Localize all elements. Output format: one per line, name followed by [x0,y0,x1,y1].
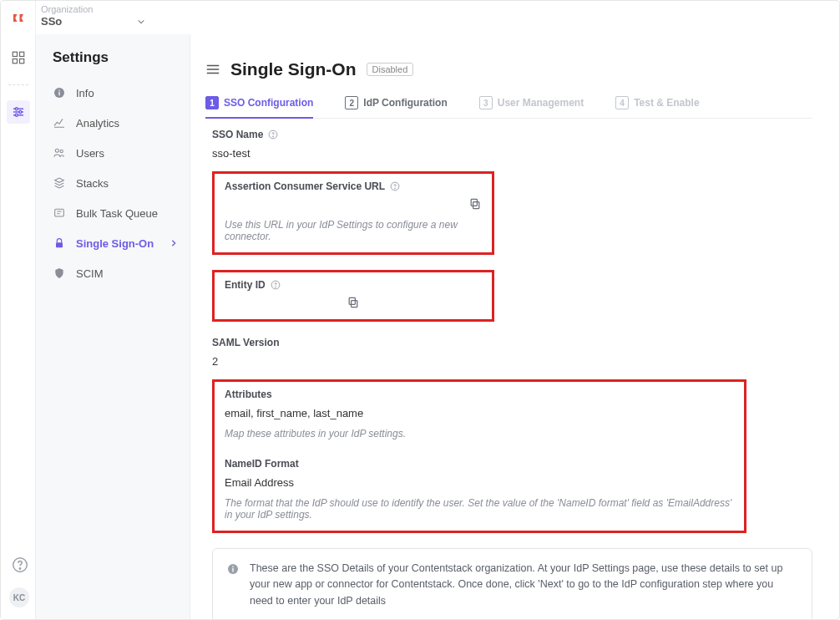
svg-point-23 [273,136,274,137]
svg-rect-1 [19,52,23,56]
help-tooltip-icon[interactable] [390,181,400,191]
svg-point-11 [19,568,20,569]
help-icon[interactable] [11,556,29,574]
svg-point-14 [58,89,60,91]
apps-icon[interactable] [7,46,30,69]
sidebar-item-label: Users [76,147,104,160]
lock-icon [53,236,66,250]
sidebar-item-users[interactable]: Users [36,138,190,168]
sidebar-item-sso[interactable]: Single Sign-On [36,228,190,258]
svg-rect-13 [58,92,59,96]
svg-point-9 [15,114,18,116]
settings-icon[interactable] [7,100,30,124]
nameid-value: Email Address [225,476,734,489]
chevron-down-icon [137,18,145,26]
svg-rect-26 [473,202,479,209]
svg-rect-30 [352,301,357,307]
sidebar-item-label: SCIM [76,267,104,280]
sidebar-item-label: Info [76,87,94,99]
attributes-label: Attributes [225,389,734,400]
nameid-help: The format that the IdP should use to id… [225,497,734,521]
svg-rect-0 [13,52,17,56]
sso-name-label: SSO Name [212,129,812,140]
help-tooltip-icon[interactable] [268,130,278,140]
svg-rect-18 [56,242,63,247]
page-title: Single Sign-On [230,59,357,79]
sidebar-item-analytics[interactable]: Analytics [36,108,190,138]
svg-rect-2 [13,59,17,64]
sidebar-item-stacks[interactable]: Stacks [36,168,190,198]
users-icon [53,146,66,160]
info-icon [226,562,240,576]
svg-rect-17 [55,209,64,216]
svg-point-25 [395,188,396,189]
analytics-icon [53,116,66,130]
sidebar-item-label: Stacks [76,177,109,190]
main-content: Single Sign-On Disabled 1SSO Configurati… [190,34,839,619]
svg-rect-31 [349,297,355,304]
sidebar: Settings Info Analytics Users Stacks Bul… [36,34,190,619]
chevron-right-icon [170,239,178,247]
info-text: These are the SSO Details of your Conten… [250,561,798,609]
saml-version-label: SAML Version [212,337,812,348]
logo-icon[interactable] [7,8,30,31]
svg-point-29 [275,287,276,287]
sidebar-item-info[interactable]: Info [36,78,190,108]
tab-test-enable: 4Test & Enable [615,96,699,118]
svg-point-34 [232,566,234,567]
copy-icon[interactable] [468,197,482,211]
status-badge: Disabled [367,63,414,76]
stacks-icon [53,176,66,190]
tabs: 1SSO Configuration 2IdP Configuration 3U… [205,96,812,119]
org-label: Organization [41,4,145,14]
sidebar-item-label: Bulk Task Queue [76,207,158,220]
saml-version-value: 2 [212,355,812,368]
svg-point-15 [55,149,58,152]
left-rail [1,1,36,619]
info-icon [53,86,66,99]
sidebar-item-label: Single Sign-On [76,237,154,250]
org-select[interactable]: SSo [41,15,145,28]
attributes-nameid-section: Attributes email, first_name, last_name … [212,379,746,533]
info-box: These are the SSO Details of your Conten… [212,548,812,619]
acs-url-help: Use this URL in your IdP Settings to con… [225,219,482,242]
sidebar-title: Settings [36,49,190,78]
entity-id-section: Entity ID [212,270,494,322]
entity-id-label: Entity ID [225,279,482,291]
sso-name-value: sso-test [212,147,812,160]
tab-idp-config[interactable]: 2IdP Configuration [345,96,447,118]
svg-rect-3 [19,59,23,64]
sidebar-item-label: Analytics [76,117,119,130]
attributes-help: Map these attributes in your IdP setting… [225,428,734,440]
user-avatar[interactable]: KC [9,587,29,607]
attributes-value: email, first_name, last_name [225,407,734,419]
copy-icon[interactable] [347,296,360,309]
svg-point-16 [60,150,63,152]
queue-icon [53,206,66,220]
org-name: SSo [41,15,62,28]
svg-point-7 [15,108,18,110]
nameid-label: NameID Format [225,458,734,470]
svg-rect-33 [232,568,233,572]
sidebar-item-scim[interactable]: SCIM [36,258,190,288]
menu-toggle-icon[interactable] [205,64,220,75]
help-tooltip-icon[interactable] [271,280,281,290]
svg-rect-27 [471,199,477,206]
sidebar-item-bulk-task[interactable]: Bulk Task Queue [36,198,190,228]
tab-user-management: 3User Management [479,96,584,118]
acs-url-label: Assertion Consumer Service URL [225,180,400,192]
acs-url-section: Assertion Consumer Service URL Use this … [212,171,494,255]
tab-sso-config[interactable]: 1SSO Configuration [205,96,313,118]
shield-icon [53,267,66,280]
svg-point-8 [18,111,21,114]
org-selector: Organization SSo [41,4,145,28]
